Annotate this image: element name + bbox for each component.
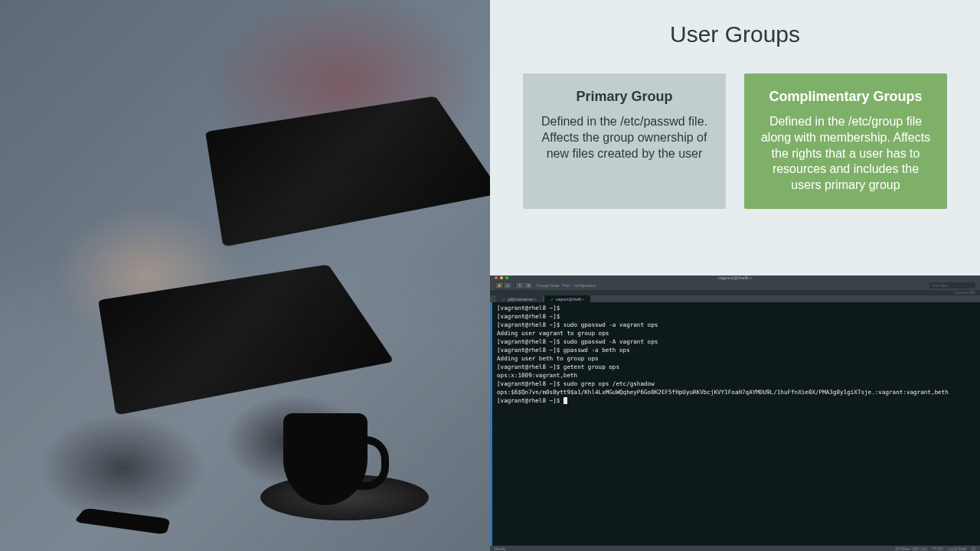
tab-strip: ✓ pl@mainserver:~ ✓ vagrant@rhel8:~	[490, 295, 980, 302]
tab-session-2[interactable]: ✓ vagrant@rhel8:~	[544, 295, 590, 302]
terminal-output[interactable]: [vagrant@rhel8 ~]$ [vagrant@rhel8 ~]$ [v…	[490, 302, 980, 546]
window-titlebar[interactable]: vagrant@rhel8:~	[490, 276, 980, 280]
connect-icon[interactable]: ⚡	[495, 282, 503, 289]
card-body: Defined in the /etc/passwd file. Affects…	[537, 114, 712, 161]
photo-phone	[74, 508, 170, 535]
status-left: Ready	[495, 546, 505, 551]
cursor	[564, 397, 567, 404]
check-icon: ✓	[502, 297, 505, 302]
terminal-window: vagrant@rhel8:~ ⚡ ⊘ ↻ ⚙ Change State Pri…	[490, 276, 980, 551]
settings-icon[interactable]: ⚙	[524, 282, 532, 289]
photo-laptop	[205, 96, 490, 247]
status-count: 12	[971, 546, 975, 551]
find-input[interactable]: Find Text	[929, 282, 975, 289]
check-icon: ✓	[550, 297, 554, 302]
card-title: Primary Group	[537, 89, 712, 105]
card-complimentary-groups: Complimentary Groups Defined in the /etc…	[744, 73, 947, 209]
status-rows-cols: 20 Rows, 180 Cols	[895, 546, 927, 551]
slide-title: User Groups	[513, 21, 957, 47]
toolbar-label: Configuration	[573, 283, 596, 288]
toolbar-label: Change State	[536, 283, 560, 288]
status-right: 20 Rows, 180 Cols VT100 Local Shell 12	[895, 546, 975, 551]
disconnect-icon[interactable]: ⊘	[504, 282, 511, 289]
tab-session-1[interactable]: ✓ pl@mainserver:~	[496, 295, 543, 302]
refresh-icon[interactable]: ↻	[516, 282, 524, 289]
status-bar: Ready 20 Rows, 180 Cols VT100 Local Shel…	[490, 546, 980, 551]
status-shell: Local Shell	[948, 546, 966, 551]
card-body: Defined in the /etc/group file along wit…	[758, 114, 933, 194]
photo-mug	[283, 413, 368, 505]
toolbar-group-connect: ⚡ ⊘	[495, 282, 512, 289]
course-photo	[0, 0, 490, 551]
photo-laptop	[98, 265, 394, 416]
toolbar: ⚡ ⊘ ↻ ⚙ Change State Print Configuration…	[490, 280, 980, 290]
tab-label: pl@mainserver:~	[508, 297, 537, 302]
status-term-type: VT100	[932, 546, 943, 551]
window-title: vagrant@rhel8:~	[490, 276, 980, 280]
tab-label: vagrant@rhel8:~	[556, 297, 584, 302]
card-primary-group: Primary Group Defined in the /etc/passwd…	[523, 73, 726, 209]
toolbar-group-state: ↻ ⚙	[515, 282, 533, 289]
toolbar-label: Print	[563, 283, 570, 288]
cards-row: Primary Group Defined in the /etc/passwd…	[513, 73, 957, 209]
slide-panel: User Groups Primary Group Defined in the…	[490, 0, 980, 276]
card-title: Complimentary Groups	[758, 89, 933, 105]
command-bar[interactable]: Connect Bar	[490, 290, 980, 295]
